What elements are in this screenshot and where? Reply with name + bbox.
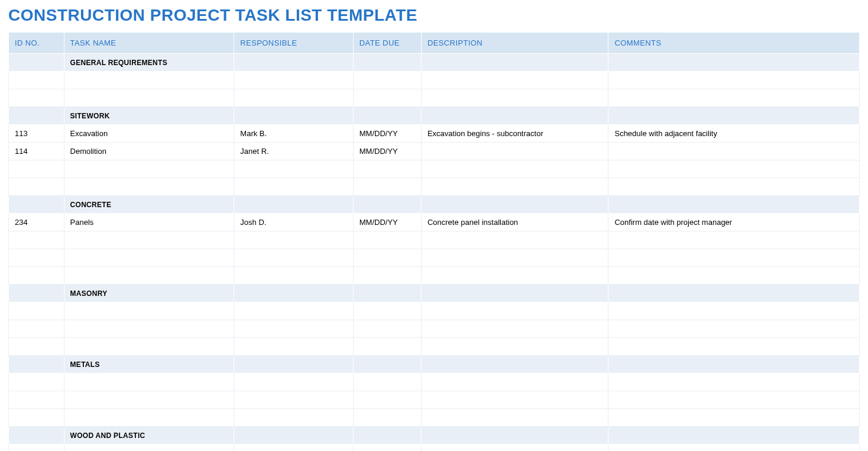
cell-responsible[interactable] <box>234 249 353 267</box>
cell-description[interactable] <box>421 178 608 196</box>
cell-task[interactable] <box>64 160 234 178</box>
cell-task[interactable] <box>64 320 234 338</box>
cell-description[interactable] <box>421 72 608 89</box>
cell-comments[interactable] <box>608 391 860 409</box>
cell-due[interactable] <box>353 391 421 409</box>
cell-id[interactable] <box>9 391 64 409</box>
cell-task[interactable]: Demolition <box>64 143 234 160</box>
cell-comments[interactable]: Confirm date with project manager <box>608 214 860 231</box>
cell-description[interactable] <box>421 89 608 107</box>
cell-task[interactable] <box>64 72 234 89</box>
cell-task[interactable] <box>64 178 234 196</box>
cell-id[interactable]: 234 <box>9 214 64 231</box>
cell-due[interactable] <box>353 178 421 196</box>
cell-due[interactable] <box>353 320 421 338</box>
cell-id[interactable] <box>9 160 64 178</box>
cell-description[interactable]: Concrete panel installation <box>421 214 608 231</box>
cell-comments[interactable] <box>608 178 860 196</box>
cell-due[interactable] <box>353 89 421 107</box>
cell-task[interactable] <box>64 249 234 267</box>
cell-id[interactable] <box>9 444 64 452</box>
cell-task[interactable] <box>64 391 234 409</box>
cell-due[interactable]: MM/DD/YY <box>353 143 421 160</box>
cell-comments[interactable] <box>608 373 860 391</box>
cell-description[interactable] <box>421 160 608 178</box>
cell-id[interactable] <box>9 320 64 338</box>
cell-comments[interactable] <box>608 302 860 320</box>
cell-description[interactable] <box>421 373 608 391</box>
cell-description[interactable] <box>421 444 608 452</box>
cell-responsible[interactable] <box>234 160 353 178</box>
cell-due[interactable] <box>353 409 421 427</box>
cell-comments[interactable] <box>608 89 860 107</box>
cell-responsible[interactable] <box>234 320 353 338</box>
cell-comments[interactable] <box>608 72 860 89</box>
cell-due[interactable]: MM/DD/YY <box>353 214 421 231</box>
cell-task[interactable] <box>64 338 234 356</box>
cell-responsible[interactable] <box>234 267 353 285</box>
cell-id[interactable] <box>9 302 64 320</box>
cell-id[interactable] <box>9 231 64 249</box>
cell-task[interactable] <box>64 267 234 285</box>
cell-due[interactable] <box>353 267 421 285</box>
cell-task[interactable]: Excavation <box>64 125 234 143</box>
cell-id[interactable] <box>9 373 64 391</box>
cell-due[interactable] <box>353 373 421 391</box>
cell-responsible[interactable] <box>234 302 353 320</box>
cell-due[interactable]: MM/DD/YY <box>353 125 421 143</box>
cell-description[interactable] <box>421 338 608 356</box>
cell-responsible[interactable] <box>234 444 353 452</box>
cell-id[interactable] <box>9 72 64 89</box>
cell-id[interactable]: 114 <box>9 143 64 160</box>
cell-due[interactable] <box>353 249 421 267</box>
cell-comments[interactable] <box>608 231 860 249</box>
cell-id[interactable] <box>9 249 64 267</box>
cell-id[interactable] <box>9 178 64 196</box>
cell-task[interactable] <box>64 89 234 107</box>
cell-description[interactable] <box>421 249 608 267</box>
cell-responsible[interactable] <box>234 89 353 107</box>
cell-description[interactable] <box>421 267 608 285</box>
cell-description[interactable] <box>421 391 608 409</box>
cell-comments[interactable] <box>608 267 860 285</box>
cell-comments[interactable] <box>608 143 860 160</box>
cell-responsible[interactable] <box>234 373 353 391</box>
cell-comments[interactable] <box>608 320 860 338</box>
cell-description[interactable] <box>421 302 608 320</box>
cell-due[interactable] <box>353 338 421 356</box>
cell-id[interactable] <box>9 338 64 356</box>
cell-id[interactable] <box>9 409 64 427</box>
cell-responsible[interactable] <box>234 178 353 196</box>
cell-responsible[interactable]: Josh D. <box>234 214 353 231</box>
cell-due[interactable] <box>353 231 421 249</box>
cell-description[interactable] <box>421 320 608 338</box>
cell-responsible[interactable]: Janet R. <box>234 143 353 160</box>
cell-description[interactable] <box>421 409 608 427</box>
cell-due[interactable] <box>353 160 421 178</box>
cell-due[interactable] <box>353 302 421 320</box>
cell-description[interactable] <box>421 143 608 160</box>
cell-due[interactable] <box>353 444 421 452</box>
cell-task[interactable] <box>64 409 234 427</box>
cell-id[interactable] <box>9 267 64 285</box>
cell-id[interactable] <box>9 89 64 107</box>
cell-comments[interactable] <box>608 160 860 178</box>
cell-task[interactable] <box>64 373 234 391</box>
cell-task[interactable] <box>64 302 234 320</box>
cell-comments[interactable] <box>608 338 860 356</box>
cell-description[interactable]: Excavation begins - subcontractor <box>421 125 608 143</box>
cell-description[interactable] <box>421 231 608 249</box>
cell-comments[interactable] <box>608 444 860 452</box>
cell-responsible[interactable] <box>234 338 353 356</box>
cell-responsible[interactable] <box>234 231 353 249</box>
cell-comments[interactable] <box>608 249 860 267</box>
cell-responsible[interactable]: Mark B. <box>234 125 353 143</box>
cell-comments[interactable]: Schedule with adjacent facility <box>608 125 860 143</box>
cell-responsible[interactable] <box>234 72 353 89</box>
cell-responsible[interactable] <box>234 391 353 409</box>
cell-comments[interactable] <box>608 409 860 427</box>
cell-id[interactable]: 113 <box>9 125 64 143</box>
cell-responsible[interactable] <box>234 409 353 427</box>
cell-task[interactable]: Panels <box>64 214 234 231</box>
cell-due[interactable] <box>353 72 421 89</box>
